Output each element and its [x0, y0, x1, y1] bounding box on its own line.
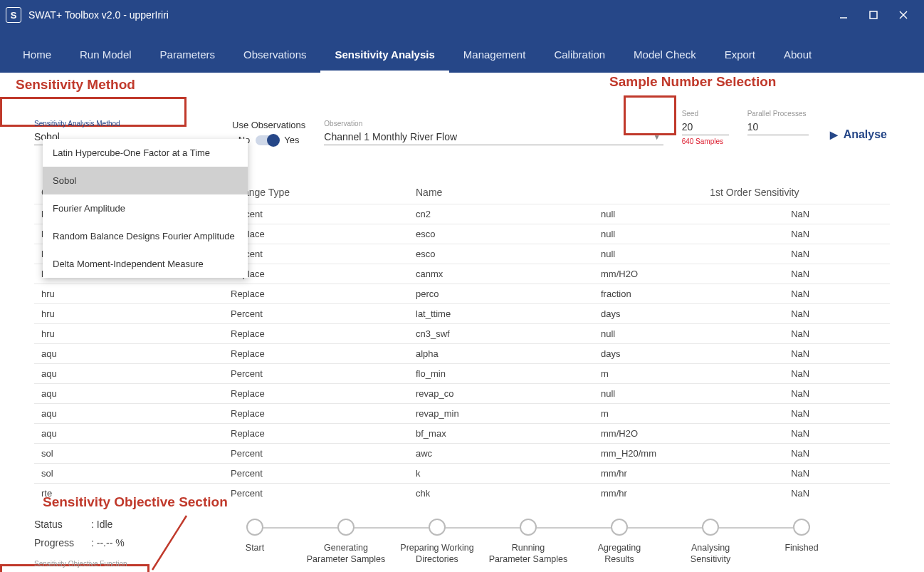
objective-select[interactable] — [34, 569, 164, 572]
progress-step: GeneratingParameter Samples — [300, 519, 392, 565]
annotation-sample-number: Sample Number Selection — [609, 74, 776, 90]
analyse-button[interactable]: ▶ Analyse — [827, 124, 890, 145]
menu-calibration[interactable]: Calibration — [540, 41, 619, 73]
use-observations-label: Use Observations — [232, 120, 305, 130]
dropdown-item-fourier[interactable]: Fourier Amplitude — [43, 194, 248, 222]
table-row[interactable]: solPercentawcmm_H20/mmNaN — [34, 444, 890, 464]
progress-value: : --.-- % — [91, 537, 125, 548]
table-row[interactable]: aquReplacerevap_conullNaN — [34, 384, 890, 404]
play-icon: ▶ — [830, 129, 838, 140]
method-dropdown[interactable]: Latin Hypercube-One Factor at a Time Sob… — [43, 139, 248, 278]
col-unit — [597, 181, 705, 204]
menu-parameters[interactable]: Parameters — [146, 41, 230, 73]
app-logo-icon: S — [6, 7, 21, 23]
menu-export[interactable]: Export — [710, 41, 770, 73]
toggle-yes-label: Yes — [284, 135, 299, 145]
seed-input[interactable] — [682, 119, 729, 135]
procs-label: Parallel Processes — [747, 110, 809, 118]
col-name: Name — [411, 181, 597, 204]
progress-step: RunningParameter Samples — [483, 519, 574, 565]
dropdown-item-rbd-fourier[interactable]: Random Balance Designs Fourier Amplitude — [43, 222, 248, 250]
menu-home[interactable]: Home — [9, 41, 65, 73]
chevron-down-icon: ▼ — [653, 133, 661, 141]
menu-management[interactable]: Management — [449, 41, 540, 73]
col-sensitivity: 1st Order Sensitivity — [705, 181, 890, 204]
table-row[interactable]: aquPercentflo_minmNaN — [34, 364, 890, 384]
table-row[interactable]: aquReplacebf_maxmm/H2ONaN — [34, 424, 890, 444]
maximize-button[interactable] — [867, 9, 880, 21]
observation-label: Observation — [324, 120, 663, 128]
minimize-button[interactable] — [837, 9, 850, 21]
observation-select[interactable] — [324, 129, 663, 145]
progress-step: AnalysingSensitivity — [665, 519, 756, 565]
seed-hint: 640 Samples — [682, 137, 729, 145]
dropdown-item-sobol[interactable]: Sobol — [43, 167, 248, 194]
progress-step: Finished — [756, 519, 847, 554]
annotation-sensitivity-method: Sensitivity Method — [16, 77, 135, 93]
window-title: SWAT+ Toolbox v2.0 - upperIriri — [28, 9, 837, 21]
titlebar: S SWAT+ Toolbox v2.0 - upperIriri — [0, 0, 924, 30]
status-value: : Idle — [91, 519, 112, 530]
menubar: Home Run Model Parameters Observations S… — [0, 30, 924, 73]
table-row[interactable]: hruReplacepercofractionNaN — [34, 284, 890, 304]
menu-sensitivity-analysis[interactable]: Sensitivity Analysis — [320, 41, 448, 73]
use-observations-toggle[interactable] — [256, 135, 278, 145]
menu-about[interactable]: About — [770, 41, 826, 73]
progress-step: AgregatingResults — [574, 519, 665, 565]
table-row[interactable]: hruReplacecn3_swfnullNaN — [34, 324, 890, 344]
table-row[interactable]: aquReplacealphadaysNaN — [34, 344, 890, 364]
progress-step: Start — [209, 519, 300, 554]
menu-run-model[interactable]: Run Model — [65, 41, 146, 73]
dropdown-item-delta[interactable]: Delta Moment-Independent Measure — [43, 250, 248, 278]
analyse-label: Analyse — [844, 128, 887, 141]
table-row[interactable]: rtePercentchkmm/hrNaN — [34, 484, 890, 504]
dropdown-item-latin-hypercube[interactable]: Latin Hypercube-One Factor at a Time — [43, 139, 248, 167]
table-row[interactable]: aquReplacerevap_minmNaN — [34, 404, 890, 424]
progress-step: Preparing WorkingDirectories — [392, 519, 483, 565]
close-button[interactable] — [897, 9, 910, 21]
menu-model-check[interactable]: Model Check — [619, 41, 710, 73]
objective-label: Sensitivity Objective Function — [34, 560, 164, 568]
col-change-type: Change Type — [226, 181, 411, 204]
seed-label: Seed — [682, 110, 729, 118]
method-label: Sensitivity Analysis Method — [34, 120, 214, 128]
table-row[interactable]: hruPercentlat_ttimedaysNaN — [34, 304, 890, 324]
procs-input[interactable] — [747, 119, 809, 135]
status-label: Status — [34, 519, 85, 530]
svg-rect-1 — [870, 11, 877, 19]
table-row[interactable]: solPercentkmm/hrNaN — [34, 464, 890, 484]
menu-observations[interactable]: Observations — [229, 41, 320, 73]
progress-label: Progress — [34, 537, 85, 548]
